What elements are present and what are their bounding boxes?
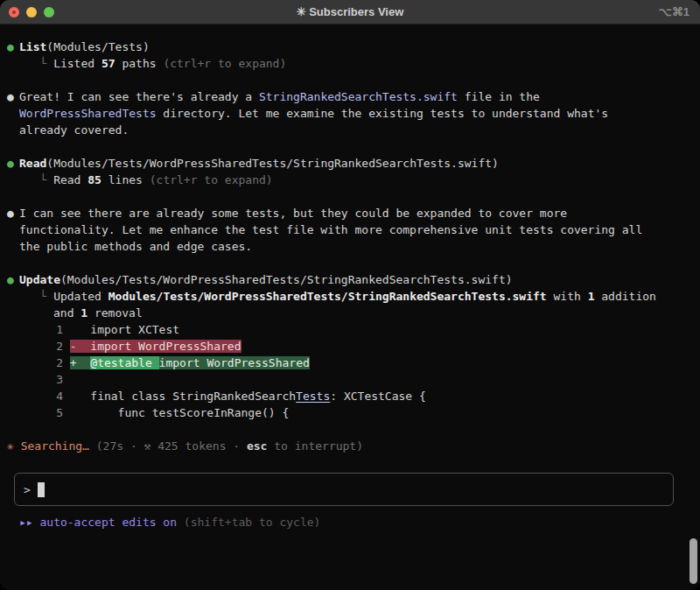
- result-text: Listed: [53, 57, 102, 70]
- zoom-button[interactable]: [44, 7, 54, 18]
- tool-result-update: └ Updated Modules/Tests/WordPressSharedT…: [7, 288, 693, 305]
- terminal-window: ✳ Subscribers View ⌥⌘1 ●List(Modules/Tes…: [0, 0, 700, 590]
- expand-hint: (ctrl+r to expand): [150, 173, 273, 186]
- expand-hint: (ctrl+r to expand): [163, 57, 286, 70]
- diff-line: 5 func testScoreInRange() {: [7, 404, 693, 421]
- message-bullet-icon: ●: [7, 205, 19, 221]
- cycle-hint: (shift+tab to cycle): [184, 516, 321, 529]
- result-connector-icon: └: [19, 57, 53, 70]
- result-connector-icon: └: [19, 290, 53, 303]
- result-text: Read: [53, 173, 88, 186]
- line-number: 5: [7, 404, 63, 421]
- status-elapsed: (27s ·: [96, 439, 144, 453]
- message-text: Great! I can see there's already a: [19, 90, 259, 103]
- prompt-input[interactable]: >: [14, 473, 674, 506]
- close-button[interactable]: [9, 7, 19, 18]
- line-number: 2: [7, 338, 63, 355]
- message-text: functionality. Let me enhance the test f…: [19, 223, 642, 236]
- blank-line: [7, 138, 693, 155]
- assistant-message-line: functionality. Let me enhance the test f…: [7, 221, 693, 238]
- minimize-button[interactable]: [26, 7, 37, 18]
- result-count: 85: [88, 173, 102, 186]
- mode-line: ▸▸ auto-accept edits on (shift+tab to cy…: [7, 514, 693, 530]
- message-bullet-icon: ●: [7, 88, 19, 105]
- updated-file-path: Modules/Tests/WordPressSharedTests/Strin…: [108, 290, 547, 303]
- tool-call-update: ●Update(Modules/Tests/WordPressSharedTes…: [7, 271, 693, 288]
- tool-call-read: ●Read(Modules/Tests/WordPressSharedTests…: [7, 155, 693, 172]
- result-text: Updated: [53, 290, 108, 303]
- assistant-message-line: the public methods and edge cases.: [7, 238, 693, 255]
- tool-result-update-cont: and 1 removal: [7, 305, 693, 321]
- blank-line: [7, 72, 693, 88]
- tool-result-read[interactable]: └ Read 85 lines (ctrl+r to expand): [7, 172, 693, 188]
- line-number: 1: [7, 321, 63, 338]
- tool-args: (Modules/Tests/WordPressSharedTests/Stri…: [60, 273, 513, 286]
- window-title: ✳ Subscribers View: [297, 5, 404, 18]
- added-code: import WordPressShared: [159, 356, 310, 369]
- tool-bullet-icon: ●: [7, 271, 19, 288]
- file-name: StringRankedSearchTests.swift: [259, 90, 458, 103]
- assistant-message-line: already covered.: [7, 122, 693, 138]
- terminal-content: ●List(Modules/Tests) └ Listed 57 paths (…: [0, 25, 700, 530]
- prompt-symbol: >: [24, 483, 31, 496]
- tool-name: Update: [19, 273, 60, 286]
- scrollbar-thumb[interactable]: [690, 538, 697, 584]
- assistant-message-line: WordPressSharedTests directory. Let me e…: [7, 105, 693, 122]
- message-text: the public methods and edge cases.: [19, 240, 252, 253]
- line-number: 2: [7, 355, 63, 371]
- code-text: final class StringRankedSearch: [63, 390, 296, 403]
- result-text: addition: [594, 290, 655, 303]
- blank-line: [7, 255, 693, 271]
- titlebar: ✳ Subscribers View ⌥⌘1: [0, 0, 700, 25]
- diff-line-added: 2 + @testable import WordPressShared: [7, 355, 693, 371]
- message-text: file in the: [458, 90, 540, 103]
- assistant-message-line: ●Great! I can see there's already a Stri…: [7, 88, 693, 105]
- diff-line-removed: 2 - import WordPressShared: [7, 338, 693, 355]
- result-connector-icon: └: [19, 173, 53, 186]
- line-number: 3: [7, 371, 63, 388]
- tool-result-list[interactable]: └ Listed 57 paths (ctrl+r to expand): [7, 55, 693, 72]
- keyboard-shortcut-badge: ⌥⌘1: [659, 5, 690, 18]
- result-text: with: [547, 290, 588, 303]
- code-text: func testScoreInRange() {: [63, 406, 289, 419]
- result-text: lines: [102, 173, 150, 186]
- status-label: Searching…: [14, 439, 96, 453]
- status-interrupt-hint: to interrupt): [267, 439, 363, 453]
- blank-line: [7, 421, 693, 438]
- status-line: ✳ Searching… (27s · ⚒ 425 tokens · esc t…: [7, 438, 693, 454]
- diff-line: 4 final class StringRankedSearchTests: X…: [7, 388, 693, 404]
- highlighted-identifier[interactable]: Tests: [296, 390, 330, 403]
- result-text: paths: [116, 57, 164, 70]
- diff-line: 1 import XCTest: [7, 321, 693, 338]
- assistant-message-line: ●I can see there are already some tests,…: [7, 205, 693, 221]
- blank-line: [7, 188, 693, 205]
- auto-accept-label: auto-accept edits on: [33, 516, 184, 529]
- tool-args: (Modules/Tests): [46, 40, 149, 53]
- result-text: removal: [88, 306, 143, 320]
- removal-count: 1: [80, 306, 88, 320]
- message-text: directory. Let me examine the existing t…: [157, 107, 609, 120]
- removed-code: - import WordPressShared: [70, 340, 242, 353]
- added-word: @testable: [90, 356, 158, 369]
- status-tokens: 425 tokens ·: [150, 439, 247, 453]
- result-text: and: [53, 306, 80, 320]
- code-text: import XCTest: [63, 323, 179, 336]
- tool-call-list: ●List(Modules/Tests): [7, 39, 693, 55]
- esc-key-label: esc: [247, 439, 267, 453]
- tool-name: List: [19, 40, 46, 53]
- result-count: 57: [102, 57, 116, 70]
- spinner-icon: ✳: [7, 439, 14, 453]
- text-cursor: [38, 482, 45, 497]
- added-marker: +: [70, 356, 90, 369]
- auto-accept-arrows-icon: ▸▸: [19, 516, 33, 529]
- message-text: I can see there are already some tests, …: [19, 207, 567, 220]
- tool-name: Read: [19, 157, 46, 170]
- tool-bullet-icon: ●: [7, 39, 19, 55]
- traffic-lights: [9, 0, 54, 25]
- code-text: : XCTestCase {: [330, 390, 426, 403]
- line-number: 4: [7, 388, 63, 404]
- diff-line: 3: [7, 371, 693, 388]
- tool-bullet-icon: ●: [7, 155, 19, 172]
- directory-name: WordPressSharedTests: [19, 107, 157, 120]
- message-text: already covered.: [19, 123, 129, 137]
